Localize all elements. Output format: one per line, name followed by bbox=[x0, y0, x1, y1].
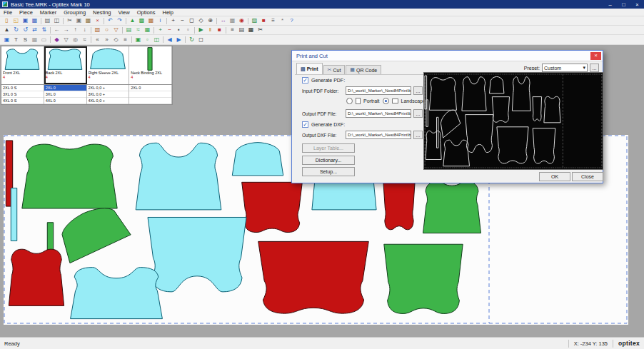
qr-code-icon[interactable]: ▦ bbox=[246, 26, 256, 34]
piece-thumbnail-right-sleeve-2xl[interactable]: Right Sleeve 2XL4 bbox=[87, 46, 130, 84]
menu-view[interactable]: View bbox=[115, 9, 134, 16]
menu-nesting[interactable]: Nesting bbox=[89, 9, 114, 16]
fullscreen-icon[interactable]: ◻ bbox=[196, 36, 206, 44]
marker-piece[interactable] bbox=[383, 182, 415, 230]
marker-piece[interactable] bbox=[232, 143, 283, 176]
bump-down-icon[interactable]: ↓ bbox=[80, 26, 89, 34]
preset-browse-button[interactable]: ... bbox=[590, 64, 599, 72]
size-cell[interactable]: 2XL 0 bbox=[129, 85, 171, 91]
copy-icon[interactable]: ▣ bbox=[74, 17, 84, 25]
zoom-fit-icon[interactable]: ◇ bbox=[196, 17, 206, 25]
show-grid-icon[interactable]: ▦ bbox=[30, 36, 39, 44]
snap-icon[interactable]: ◉ bbox=[237, 17, 246, 25]
grid-icon[interactable]: ▦ bbox=[228, 17, 237, 25]
quality-zones-icon[interactable]: ◆ bbox=[52, 36, 61, 44]
output-pdf-browse-button[interactable]: ... bbox=[413, 109, 423, 118]
size-cell[interactable]: 4XL 0 S bbox=[1, 98, 44, 104]
marker-piece[interactable] bbox=[90, 49, 125, 69]
new-marker-icon[interactable]: ▯ bbox=[2, 17, 11, 25]
next-size-icon[interactable]: ▶ bbox=[174, 36, 183, 44]
minimize-button[interactable]: – bbox=[603, 0, 617, 9]
rotate-ccw-icon[interactable]: ↺ bbox=[21, 26, 30, 34]
nest-start-icon[interactable]: ▶ bbox=[196, 26, 206, 34]
marker-piece[interactable] bbox=[22, 144, 117, 208]
seam-lines-icon[interactable]: ≈ bbox=[80, 36, 89, 44]
setup-button[interactable]: Setup... bbox=[302, 167, 355, 176]
nest-cancel-icon[interactable]: ■ bbox=[215, 26, 224, 34]
show-pieces-icon[interactable]: ▣ bbox=[2, 36, 11, 44]
measure-icon[interactable]: ↔ bbox=[218, 17, 228, 25]
size-cell[interactable]: 4XL 0,0 + bbox=[87, 98, 129, 104]
dialog-close-button[interactable]: × bbox=[590, 52, 601, 60]
show-names-icon[interactable]: T bbox=[11, 36, 21, 44]
select-tool-icon[interactable]: ▲ bbox=[2, 26, 11, 34]
print-icon[interactable]: ▤ bbox=[43, 17, 52, 25]
unlock-piece-icon[interactable]: ▫ bbox=[183, 26, 193, 34]
marker-view-icon[interactable]: ▩ bbox=[137, 17, 146, 25]
print-preview-icon[interactable]: ◫ bbox=[52, 17, 61, 25]
rotate-cw-icon[interactable]: ↻ bbox=[11, 26, 21, 34]
output-dxf-browse-button[interactable]: ... bbox=[413, 131, 423, 139]
drill-holes-icon[interactable]: ◎ bbox=[71, 36, 80, 44]
marker-piece[interactable] bbox=[9, 249, 64, 305]
bump-up-icon[interactable]: ↑ bbox=[71, 26, 80, 34]
size-cell[interactable]: 2XL 0,0 + bbox=[87, 85, 129, 91]
bump-right-icon[interactable]: → bbox=[61, 26, 71, 34]
print-cut-icon[interactable]: ✂ bbox=[256, 26, 265, 34]
flip-vertical-icon[interactable]: ⇅ bbox=[39, 26, 49, 34]
tab-qr-code[interactable]: ▦QR Code bbox=[346, 65, 381, 74]
show-sizes-icon[interactable]: S bbox=[21, 36, 30, 44]
preset-dropdown[interactable]: Custom ▾ bbox=[542, 64, 588, 72]
save-icon[interactable]: ▣ bbox=[21, 17, 30, 25]
buffer-icon[interactable]: ○ bbox=[102, 26, 111, 34]
marker-piece[interactable] bbox=[384, 244, 463, 313]
marker-piece[interactable] bbox=[148, 217, 246, 291]
marker-piece[interactable] bbox=[242, 182, 303, 232]
size-cell[interactable]: 3XL 0,0 + bbox=[87, 91, 129, 98]
dialog-close-action-button[interactable]: Close bbox=[572, 172, 603, 181]
undo-icon[interactable]: ↶ bbox=[106, 17, 115, 25]
size-cell[interactable]: 2XL 0 S bbox=[1, 85, 44, 91]
menu-help[interactable]: Help bbox=[159, 9, 176, 16]
nest-pause-icon[interactable]: ‖ bbox=[206, 26, 215, 34]
options-icon[interactable]: * bbox=[278, 17, 287, 25]
ok-button[interactable]: OK bbox=[539, 172, 570, 181]
overlap-icon[interactable]: ▧ bbox=[93, 26, 102, 34]
zoom-window-icon[interactable]: ◻ bbox=[187, 17, 196, 25]
size-cell[interactable]: 2XL 0 bbox=[44, 85, 86, 91]
align-right-icon[interactable]: » bbox=[102, 36, 111, 44]
menu-grouping[interactable]: Grouping bbox=[60, 9, 89, 16]
landscape-radio[interactable] bbox=[383, 98, 389, 104]
ungroup-icon[interactable]: ▫ bbox=[143, 36, 152, 44]
cut-icon[interactable]: ✂ bbox=[65, 17, 74, 25]
layer-table-button[interactable]: Layer Table... bbox=[302, 143, 355, 153]
redo-icon[interactable]: ↷ bbox=[115, 17, 124, 25]
distribute-icon[interactable]: ≡ bbox=[121, 36, 130, 44]
fabric-icon[interactable]: ▤ bbox=[124, 26, 134, 34]
pair-pieces-icon[interactable]: ◫ bbox=[152, 36, 161, 44]
notches-icon[interactable]: ▽ bbox=[61, 36, 71, 44]
zoom-out-icon[interactable]: − bbox=[178, 17, 187, 25]
size-cell[interactable]: 4XL 0 bbox=[44, 98, 86, 104]
size-cell[interactable] bbox=[129, 98, 171, 104]
group-icon[interactable]: ▣ bbox=[134, 36, 143, 44]
piece-table-icon[interactable]: ▦ bbox=[146, 17, 156, 25]
piece-view-icon[interactable]: ▲ bbox=[128, 17, 137, 25]
piece-thumbnail-neck-binding-2xl[interactable]: Neck Binding 2XL4 bbox=[129, 46, 172, 84]
generate-pdf-checkbox[interactable]: ✓ bbox=[302, 77, 308, 84]
flip-horizontal-icon[interactable]: ⇄ bbox=[30, 26, 39, 34]
report-icon[interactable]: ≡ bbox=[268, 17, 278, 25]
size-cell[interactable] bbox=[129, 91, 171, 98]
open-icon[interactable]: ◱ bbox=[11, 17, 21, 25]
output-dxf-file-field[interactable]: D:\_work\_Marker\_Nest84Print\barca_ima bbox=[346, 131, 411, 139]
menu-file[interactable]: File bbox=[0, 9, 16, 16]
close-button[interactable]: × bbox=[630, 0, 644, 9]
marker-piece[interactable] bbox=[423, 182, 481, 233]
previous-size-icon[interactable]: ◀ bbox=[165, 36, 174, 44]
menu-options[interactable]: Options bbox=[134, 9, 159, 16]
delete-icon[interactable]: × bbox=[93, 17, 102, 25]
marker-piece[interactable] bbox=[148, 48, 152, 71]
marker-piece[interactable] bbox=[48, 49, 82, 70]
menu-marker[interactable]: Marker bbox=[36, 9, 60, 16]
align-left-icon[interactable]: « bbox=[93, 36, 102, 44]
